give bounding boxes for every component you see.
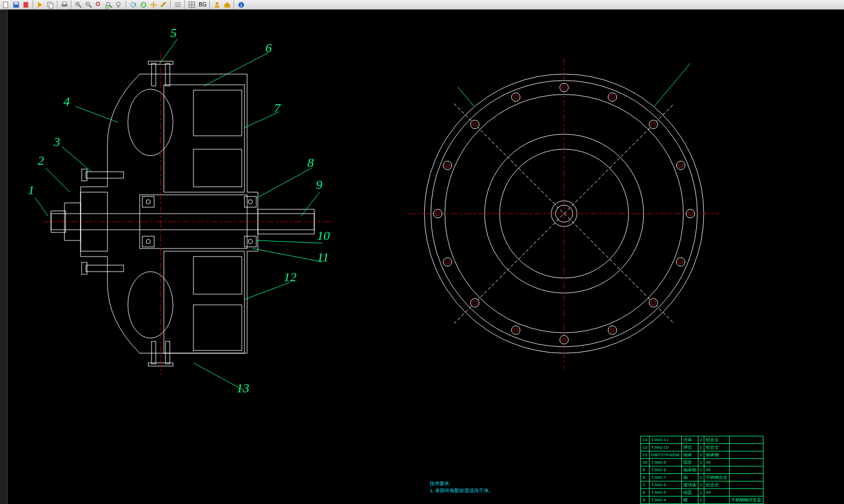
rotate-icon[interactable] xyxy=(128,1,138,9)
svg-point-113 xyxy=(511,93,520,101)
svg-rect-50 xyxy=(244,236,256,247)
svg-line-68 xyxy=(46,168,70,192)
svg-line-77 xyxy=(253,249,322,262)
svg-line-13 xyxy=(89,5,91,7)
svg-line-73 xyxy=(244,112,279,128)
toolbar-separator xyxy=(126,1,127,9)
svg-rect-39 xyxy=(193,257,242,294)
svg-point-91 xyxy=(686,209,695,218)
main-toolbar: BG i xyxy=(0,0,844,10)
svg-point-119 xyxy=(649,120,658,129)
toolbar-separator xyxy=(57,1,58,9)
svg-point-97 xyxy=(608,326,617,334)
svg-text:i: i xyxy=(241,2,242,8)
svg-line-124 xyxy=(458,87,474,106)
list-icon[interactable] xyxy=(173,1,183,9)
toolbar-separator xyxy=(71,1,72,9)
svg-line-78 xyxy=(244,282,290,300)
svg-point-28 xyxy=(216,2,219,4)
svg-line-70 xyxy=(75,106,118,122)
table-row: 12TJW2-10球壳1铝合金 xyxy=(641,444,763,451)
svg-rect-37 xyxy=(193,90,242,136)
section-view xyxy=(32,31,365,407)
svg-rect-38 xyxy=(193,149,242,187)
svg-line-67 xyxy=(35,198,48,216)
svg-point-52 xyxy=(146,239,150,244)
svg-line-75 xyxy=(301,192,320,216)
svg-rect-19 xyxy=(106,5,109,8)
svg-point-20 xyxy=(117,2,120,5)
user-icon[interactable] xyxy=(212,1,222,9)
svg-line-79 xyxy=(193,363,244,391)
svg-point-111 xyxy=(471,120,479,129)
table-row: 10TJW2-9隔套245 xyxy=(641,459,763,466)
svg-rect-55 xyxy=(152,63,156,86)
svg-point-105 xyxy=(443,258,452,266)
svg-line-9 xyxy=(79,5,81,7)
zoom-in-icon[interactable] xyxy=(74,1,83,9)
svg-line-72 xyxy=(204,53,269,86)
svg-rect-33 xyxy=(164,85,244,192)
svg-point-107 xyxy=(434,209,442,218)
svg-point-109 xyxy=(443,161,452,170)
zoom-fit-icon[interactable] xyxy=(94,1,104,9)
svg-line-18 xyxy=(110,5,112,7)
refresh-icon[interactable] xyxy=(139,1,148,9)
pan-icon[interactable] xyxy=(149,1,158,9)
zoom-window-icon[interactable] xyxy=(104,1,114,9)
info-icon[interactable]: i xyxy=(236,1,246,9)
svg-point-54 xyxy=(248,239,253,244)
svg-rect-2 xyxy=(15,2,18,4)
svg-point-51 xyxy=(146,200,150,204)
svg-rect-56 xyxy=(165,63,170,86)
svg-rect-61 xyxy=(86,172,124,178)
svg-line-71 xyxy=(159,39,177,64)
svg-rect-0 xyxy=(4,2,8,8)
svg-rect-7 xyxy=(63,2,67,4)
table-row: 5TJW2-4锁1不锈钢螺丝套盖 xyxy=(641,496,763,504)
zoom-back-icon[interactable] xyxy=(114,1,124,9)
save-icon[interactable] xyxy=(11,1,21,9)
svg-line-76 xyxy=(257,240,322,243)
vertical-ruler xyxy=(0,10,8,504)
print-icon[interactable] xyxy=(60,1,69,9)
drawing-canvas[interactable]: 1 2 3 4 5 6 7 8 9 10 11 12 13 xyxy=(0,10,844,504)
toolbar-separator xyxy=(184,1,185,9)
svg-point-101 xyxy=(511,326,520,334)
table-row: 7TJW2-6摆动体1铝合金 xyxy=(641,481,763,489)
svg-rect-16 xyxy=(97,2,99,5)
grid-icon[interactable] xyxy=(187,1,197,9)
zoom-out-icon[interactable] xyxy=(84,1,93,9)
table-row: 6TJW2-5端盖145 xyxy=(641,489,763,496)
svg-rect-59 xyxy=(165,341,170,364)
table-row: 13TJW2-11壳体1铝合金 xyxy=(641,436,763,444)
svg-point-99 xyxy=(560,335,568,344)
bg-toggle[interactable]: BG xyxy=(197,2,208,8)
svg-point-115 xyxy=(560,83,568,92)
open-red-icon[interactable] xyxy=(21,1,31,9)
tech-notes: 技术要求: 1. 各部件装配前需清洗干净。 xyxy=(430,480,493,494)
svg-rect-47 xyxy=(142,196,154,207)
home-icon[interactable] xyxy=(222,1,232,9)
table-row: 8TJW2-7轴1不锈钢合金 xyxy=(641,474,763,481)
toolbar-separator xyxy=(234,1,235,9)
svg-rect-49 xyxy=(244,196,256,207)
svg-rect-58 xyxy=(152,341,156,364)
new-icon[interactable] xyxy=(1,1,11,9)
measure-icon[interactable] xyxy=(159,1,169,9)
svg-rect-34 xyxy=(164,251,244,353)
flange-view xyxy=(398,47,731,380)
svg-point-36 xyxy=(128,272,173,338)
svg-point-53 xyxy=(248,200,253,204)
svg-point-121 xyxy=(676,161,685,170)
copy-icon[interactable] xyxy=(46,1,55,9)
svg-line-74 xyxy=(256,168,312,199)
parts-table: 13TJW2-11壳体1铝合金12TJW2-10球壳1铝合金11GB/T276-… xyxy=(640,436,763,504)
svg-line-69 xyxy=(62,147,91,172)
run-arrow-icon[interactable] xyxy=(35,1,45,9)
table-row: 9TJW2-8轴承销145 xyxy=(641,466,763,474)
svg-point-95 xyxy=(649,298,658,307)
svg-point-17 xyxy=(106,2,110,5)
table-row: 11GB/T276-6204轴承2轴承钢 xyxy=(641,451,763,459)
svg-rect-3 xyxy=(24,2,28,8)
